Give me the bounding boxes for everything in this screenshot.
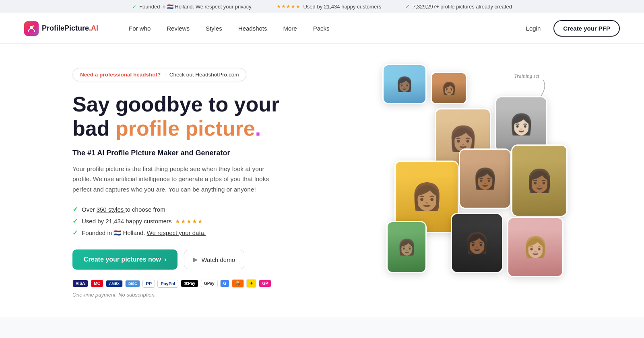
nav-reviews[interactable]: Reviews — [160, 22, 196, 35]
image-collage: Training set 👩🏾 👩🏽 👩🏽 — [362, 64, 564, 297]
navbar: ProfilePicture.AI For who Reviews Styles… — [0, 13, 644, 44]
paypal-text-icon: PayPal — [157, 280, 178, 288]
hero-right: Training set 👩🏾 👩🏽 👩🏽 — [330, 64, 596, 297]
nav-headshots[interactable]: Headshots — [232, 22, 274, 35]
login-button[interactable]: Login — [520, 22, 547, 35]
stars-icon: ★★★★★ — [277, 4, 301, 9]
hero-left: Need a professional headshot? → Check ou… — [72, 64, 306, 298]
gp-icon: GP — [259, 280, 271, 287]
img-card-10: 👩🏼 — [507, 217, 564, 277]
banner-item-2: ★★★★★ Used by 21,434 happy customers — [277, 4, 381, 10]
img-card-1: 👩🏾 — [382, 64, 427, 104]
discover-icon: DISC — [125, 280, 140, 287]
promo-highlight: Need a professional headshot? — [80, 72, 161, 78]
feature-styles-text: Over 350 styles to choose from — [82, 206, 165, 213]
nav-packs[interactable]: Packs — [307, 22, 336, 35]
svg-point-1 — [33, 25, 35, 27]
feature-styles: ✓ Over 350 styles to choose from — [72, 206, 306, 213]
mastercard-icon: MC — [91, 280, 103, 287]
main-content: Need a professional headshot? → Check ou… — [0, 44, 644, 317]
nav-more[interactable]: More — [277, 22, 303, 35]
face-4: 👩🏻 — [496, 97, 546, 151]
face-6: 👩🏾 — [460, 150, 510, 208]
cta-buttons: Create your pictures now › ▶ Watch demo — [72, 249, 306, 270]
styles-link[interactable]: 350 styles — [97, 206, 126, 213]
watch-demo-button[interactable]: ▶ Watch demo — [184, 250, 244, 269]
feature-customers-text: Used by 21,434 happy customers ★★★★★ — [82, 218, 203, 225]
create-btn-label: Create your pictures now — [84, 256, 161, 263]
play-icon: ▶ — [193, 256, 198, 263]
apple-pay-icon: ⌘Pay — [181, 280, 198, 287]
promo-link-text: Check out HeadshotPro.com — [169, 72, 239, 78]
img-card-7: 👩🏾 — [511, 144, 568, 217]
privacy-link[interactable]: We respect your data. — [147, 229, 206, 236]
img-card-2: 👩🏽 — [431, 72, 467, 104]
face-8: 👩🏽 — [388, 222, 425, 272]
face-7: 👩🏾 — [512, 146, 566, 216]
face-10: 👩🏼 — [508, 218, 562, 276]
google-pay-icon: GPay — [201, 280, 218, 287]
logo[interactable]: ProfilePicture.AI — [24, 21, 98, 36]
face-9: 👩🏾 — [452, 214, 502, 272]
promo-arrow: → — [162, 72, 168, 78]
payment-note: One-time payment. No subscription. — [72, 292, 306, 298]
logo-text: ProfilePicture.AI — [42, 24, 98, 33]
create-pictures-button[interactable]: Create your pictures now › — [72, 249, 178, 270]
feature-founded: ✓ Founded in 🇳🇱 Holland. We respect your… — [72, 229, 306, 237]
extra-icon-1: 📦 — [232, 279, 244, 288]
check-icon-styles: ✓ — [72, 206, 78, 213]
logo-icon — [24, 21, 39, 36]
hero-title-colored: profile picture — [116, 117, 255, 140]
amex-icon: AMEX — [106, 280, 123, 287]
feature-customers: ✓ Used by 21,434 happy customers ★★★★★ — [72, 217, 306, 225]
hero-title-line1: Say goodbye to your — [72, 93, 279, 116]
hero-title-dot: . — [255, 117, 261, 140]
hero-title: Say goodbye to your bad profile picture. — [72, 93, 306, 141]
banner-item-1: ✓ Founded in 🇳🇱 Holland. We respect your… — [132, 3, 252, 10]
nav-for-who[interactable]: For who — [122, 22, 157, 35]
face-1: 👩🏾 — [384, 65, 425, 103]
check-icon-founded: ✓ — [72, 229, 78, 237]
extra-icon-2: ✦ — [246, 279, 256, 288]
hero-title-line2: bad — [72, 117, 116, 140]
g-icon: G — [220, 280, 230, 287]
img-card-8: 👩🏽 — [386, 221, 427, 273]
feature-founded-text: Founded in 🇳🇱 Holland. We respect your d… — [82, 229, 206, 237]
hero-subtitle: The #1 AI Profile Picture Maker and Gene… — [72, 149, 306, 157]
watch-btn-label: Watch demo — [201, 256, 235, 263]
check-icon-2: ✓ — [405, 3, 410, 10]
visa-icon: VISA — [72, 280, 88, 287]
feature-list: ✓ Over 350 styles to choose from ✓ Used … — [72, 206, 306, 237]
banner-text-1: Founded in 🇳🇱 Holland. We respect your p… — [139, 4, 252, 10]
face-2: 👩🏽 — [432, 73, 466, 103]
check-icon-customers: ✓ — [72, 217, 78, 225]
img-card-4: 👩🏻 — [495, 96, 547, 153]
paypal-icon: PP — [142, 280, 155, 288]
banner-text-2: Used by 21,434 happy customers — [303, 4, 381, 10]
nav-right: Login Create your PFP — [520, 20, 620, 37]
payment-icons: VISA MC AMEX DISC PP PayPal ⌘Pay GPay G … — [72, 279, 306, 288]
top-banner: ✓ Founded in 🇳🇱 Holland. We respect your… — [0, 0, 644, 13]
stars-customers: ★★★★★ — [175, 218, 203, 225]
banner-item-3: ✓ 7,329,297+ profile pictures already cr… — [405, 3, 512, 10]
create-pfp-button[interactable]: Create your PFP — [553, 20, 620, 37]
nav-styles[interactable]: Styles — [199, 22, 229, 35]
nav-links: For who Reviews Styles Headshots More Pa… — [122, 22, 520, 35]
img-card-6: 👩🏾 — [459, 148, 511, 209]
promo-banner[interactable]: Need a professional headshot? → Check ou… — [72, 68, 246, 81]
check-icon-1: ✓ — [132, 3, 137, 10]
hero-description: Your profile picture is the first thing … — [72, 164, 274, 195]
arrow-icon: › — [164, 256, 166, 263]
banner-text-3: 7,329,297+ profile pictures already crea… — [413, 4, 512, 10]
img-card-9: 👩🏾 — [451, 213, 503, 273]
